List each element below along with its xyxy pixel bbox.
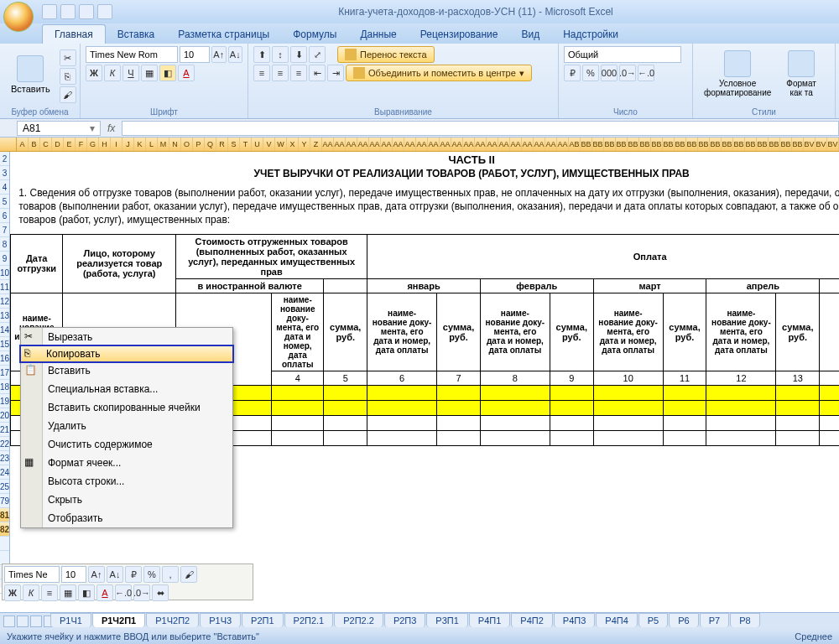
font-color-icon[interactable]: A <box>178 65 195 81</box>
row-header[interactable]: 9 <box>0 252 9 266</box>
column-header[interactable]: L <box>146 138 158 151</box>
number-format-select[interactable] <box>564 46 681 63</box>
row-header[interactable]: 25 <box>0 480 9 494</box>
wrap-text-button[interactable]: Перенос текста <box>337 46 435 63</box>
sheet-nav-first-icon[interactable] <box>3 615 15 627</box>
mini-bold-button[interactable]: Ж <box>4 584 21 601</box>
column-header[interactable]: BB <box>663 138 675 151</box>
column-header[interactable]: R <box>216 138 228 151</box>
tab-view[interactable]: Вид <box>509 25 551 44</box>
format-as-table-button[interactable]: Формат как та <box>780 46 822 101</box>
column-header[interactable]: F <box>76 138 87 151</box>
row-header[interactable]: 3 <box>0 166 9 180</box>
currency-icon[interactable]: ₽ <box>564 65 581 81</box>
mini-italic-button[interactable]: К <box>23 584 39 601</box>
column-header[interactable]: BB <box>780 138 792 151</box>
align-right-icon[interactable]: ≡ <box>290 65 307 81</box>
ctx-hide[interactable]: Скрыть <box>21 491 232 509</box>
mini-fill-icon[interactable]: ◧ <box>78 584 95 601</box>
sheet-tab[interactable]: Р1Ч3 <box>200 613 241 627</box>
row-header[interactable]: 12 <box>0 294 9 309</box>
row-header[interactable]: 15 <box>0 337 9 351</box>
column-header[interactable]: AA <box>522 138 534 151</box>
column-header[interactable]: Z <box>310 138 322 151</box>
column-header[interactable]: BB <box>604 138 616 151</box>
column-header[interactable]: AA <box>534 138 545 151</box>
decrease-decimal-icon[interactable]: ←.0 <box>638 65 654 81</box>
mini-size-select[interactable] <box>61 566 86 583</box>
column-header[interactable]: K <box>134 138 146 151</box>
sheet-tab[interactable]: Р1Ч2П1 <box>92 613 145 627</box>
column-header[interactable]: D <box>52 138 64 151</box>
column-header[interactable]: BB <box>639 138 651 151</box>
underline-button[interactable]: Ч <box>122 65 139 81</box>
sheet-tab[interactable]: Р7 <box>700 613 729 627</box>
column-header[interactable]: AA <box>346 138 357 151</box>
orientation-icon[interactable]: ⤢ <box>309 46 326 63</box>
column-header[interactable]: AB <box>569 138 581 151</box>
row-header[interactable]: 19 <box>0 394 9 408</box>
mini-percent-icon[interactable]: % <box>143 566 160 583</box>
row-header[interactable]: 8 <box>0 237 9 252</box>
column-header[interactable]: I <box>111 138 122 151</box>
sheet-tab[interactable]: Р4П1 <box>469 613 510 627</box>
column-header[interactable]: T <box>240 138 252 151</box>
row-header[interactable]: 13 <box>0 309 9 323</box>
align-middle-icon[interactable]: ↕ <box>272 46 289 63</box>
sheet-tab[interactable]: Р4П4 <box>596 613 637 627</box>
column-header[interactable]: BB <box>592 138 604 151</box>
ctx-copy[interactable]: ⎘Копировать <box>19 345 234 363</box>
sheet-tab[interactable]: Р8 <box>730 613 759 627</box>
row-header[interactable]: 21 <box>0 423 9 437</box>
mini-borders-icon[interactable]: ▦ <box>60 584 76 601</box>
column-header[interactable]: B <box>29 138 40 151</box>
column-header[interactable]: AA <box>451 138 463 151</box>
merge-center-button[interactable]: Объединить и поместить в центре▾ <box>346 65 532 81</box>
ctx-cut[interactable]: ✂Вырезать <box>21 328 232 346</box>
cut-icon[interactable]: ✂ <box>60 49 76 66</box>
grow-font-icon[interactable]: A↑ <box>211 46 227 63</box>
comma-icon[interactable]: 000 <box>601 65 618 81</box>
column-header[interactable]: AA <box>557 138 569 151</box>
sheet-tab[interactable]: Р3П1 <box>426 613 467 627</box>
column-header[interactable]: AA <box>416 138 428 151</box>
column-header[interactable]: AA <box>475 138 487 151</box>
column-header[interactable]: AA <box>498 138 510 151</box>
column-header[interactable]: BB <box>792 138 804 151</box>
column-header[interactable]: AA <box>381 138 393 151</box>
column-header[interactable]: J <box>122 138 134 151</box>
format-painter-icon[interactable]: 🖌 <box>60 86 76 103</box>
sheet-tab[interactable]: Р5 <box>638 613 668 627</box>
row-header[interactable]: 24 <box>0 465 9 480</box>
column-header[interactable]: G <box>87 138 99 151</box>
row-header[interactable]: 6 <box>0 209 9 223</box>
column-header[interactable]: M <box>158 138 169 151</box>
row-header[interactable]: 17 <box>0 366 9 380</box>
ctx-paste-cells[interactable]: Вставить скопированные ячейки <box>21 398 232 417</box>
row-header[interactable]: 2 <box>0 152 9 166</box>
font-name-select[interactable] <box>86 46 178 63</box>
row-header-selected[interactable]: 81 <box>0 508 9 522</box>
column-header[interactable]: BB <box>651 138 663 151</box>
row-header[interactable]: 23 <box>0 451 9 465</box>
tab-page-layout[interactable]: Разметка страницы <box>166 25 281 44</box>
copy-icon[interactable]: ⎘ <box>60 68 76 85</box>
shrink-font-icon[interactable]: A↓ <box>228 46 243 63</box>
qat-more-icon[interactable] <box>97 4 112 19</box>
fill-color-icon[interactable]: ◧ <box>159 65 176 81</box>
mini-align-icon[interactable]: ≡ <box>41 584 58 601</box>
column-header[interactable]: BB <box>581 138 592 151</box>
column-header[interactable]: BB <box>745 138 757 151</box>
column-header[interactable]: BB <box>686 138 698 151</box>
column-header[interactable]: AA <box>510 138 522 151</box>
mini-merge-icon[interactable]: ⬌ <box>152 584 169 601</box>
mini-currency-icon[interactable]: ₽ <box>125 566 142 583</box>
mini-dec-decimal-icon[interactable]: ←.0 <box>115 584 132 601</box>
column-header[interactable]: BV <box>816 138 827 151</box>
column-header[interactable]: AA <box>334 138 346 151</box>
column-header[interactable]: U <box>252 138 263 151</box>
borders-icon[interactable]: ▦ <box>141 65 158 81</box>
column-header[interactable]: BB <box>710 138 722 151</box>
column-header[interactable]: AA <box>369 138 381 151</box>
column-header[interactable]: V <box>263 138 275 151</box>
